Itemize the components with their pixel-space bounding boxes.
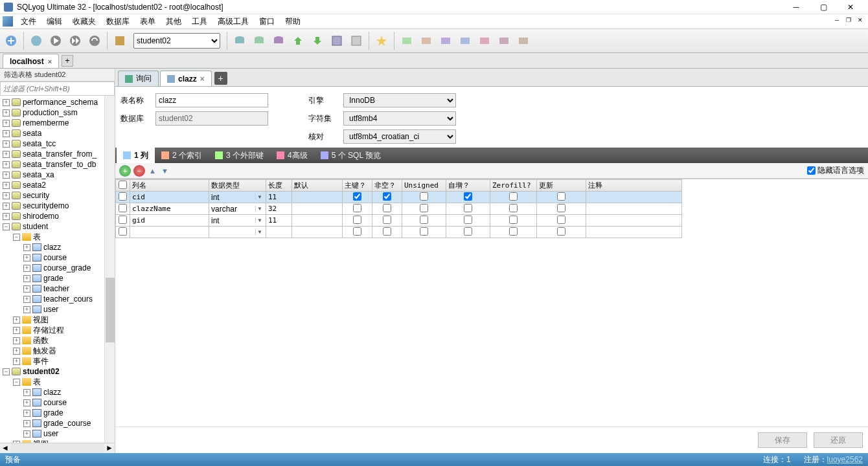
menu-高级工具[interactable]: 高级工具 [212,15,254,28]
tree-item-grade_course[interactable]: +grade_course [0,418,115,428]
col-header[interactable]: 列名 [130,180,209,192]
mdi-close[interactable]: ✕ [855,16,865,25]
revert-button[interactable]: 还原 [814,432,863,448]
table-name-input[interactable] [155,93,268,107]
hide-language-checkbox[interactable]: 隐藏语言选项 [807,165,864,176]
tool-btn-21[interactable] [515,32,532,49]
tree-hscroll[interactable]: ◄ ► [0,443,115,453]
designer-tab-1[interactable]: 2 个索引 [155,148,209,163]
expand-icon[interactable]: + [3,213,10,220]
collapse-icon[interactable]: − [13,234,20,241]
menu-帮助[interactable]: 帮助 [280,15,306,28]
expand-icon[interactable]: + [13,441,20,443]
table-row[interactable]: clazzNamevarchar▼32 [116,203,682,215]
designer-tab-4[interactable]: 5 个 SQL 预览 [314,148,387,163]
tool-btn-16[interactable] [418,32,435,49]
tree-item-teacher_cours[interactable]: +teacher_cours [0,294,115,304]
expand-icon[interactable]: + [23,399,30,406]
tree-item-视图[interactable]: +视图 [0,315,115,325]
tree-item-触发器[interactable]: +触发器 [0,346,115,356]
expand-icon[interactable]: + [23,389,30,396]
tool-btn-18[interactable] [457,32,474,49]
expand-icon[interactable]: + [23,306,30,313]
col-header[interactable]: 自增？ [446,180,490,192]
expand-icon[interactable]: + [23,410,30,417]
tree-item-seata_xa[interactable]: +seata_xa [0,170,115,180]
tree-scrollbar[interactable] [104,96,115,443]
expand-icon[interactable]: + [3,120,10,127]
move-down-button[interactable]: ▼ [160,167,170,175]
tree-item-course[interactable]: +course [0,397,115,408]
tab-query[interactable]: 询问 [118,71,159,86]
scroll-right-icon[interactable]: ► [104,443,115,453]
close-icon[interactable]: × [200,74,205,83]
connection-tab-localhost[interactable]: localhost × [3,54,59,68]
add-row-button[interactable]: + [119,165,131,177]
expand-icon[interactable]: + [23,430,30,438]
tree-item-securitydemo[interactable]: +securitydemo [0,201,115,211]
expand-icon[interactable]: + [13,348,20,355]
hide-language-check[interactable] [807,166,816,175]
expand-icon[interactable]: + [3,192,10,199]
menu-数据库[interactable]: 数据库 [101,15,135,28]
expand-icon[interactable]: + [3,151,10,158]
select-all-checkbox[interactable] [116,180,130,192]
tree-item-security[interactable]: +security [0,190,115,201]
tool-btn-6[interactable] [111,32,128,49]
tree-item-seata[interactable]: +seata [0,128,115,139]
menu-收藏夹[interactable]: 收藏夹 [67,15,101,28]
table-row-empty[interactable]: ▼ [116,227,682,238]
tree-item-user[interactable]: +user [0,304,115,315]
tree-item-student02[interactable]: −student02 [0,366,115,377]
expand-icon[interactable]: + [3,161,10,168]
col-header[interactable]: Unsigned [402,180,446,192]
tree-item-shirodemo[interactable]: +shirodemo [0,211,115,221]
tool-btn-15[interactable] [398,32,415,49]
col-header[interactable]: 主键？ [343,180,372,192]
expand-icon[interactable]: + [3,99,10,106]
tree-item-事件[interactable]: +事件 [0,356,115,366]
tree-item-teacher[interactable]: +teacher [0,283,115,294]
menu-表单[interactable]: 表单 [135,15,161,28]
tool-btn-19[interactable] [476,32,493,49]
object-tree[interactable]: +performance_schema+production_ssm+remem… [0,96,115,443]
menu-工具[interactable]: 工具 [187,15,212,28]
tree-item-grade[interactable]: +grade [0,408,115,418]
expand-icon[interactable]: + [3,182,10,189]
expand-icon[interactable]: + [13,358,20,365]
add-tab-button[interactable]: + [214,72,227,85]
engine-select[interactable]: InnoDB [343,93,456,107]
charset-select[interactable]: utf8mb4 [343,111,456,126]
tool-btn-14[interactable] [373,32,390,49]
tree-item-student[interactable]: −student [0,221,115,232]
minimize-button[interactable]: ─ [782,0,810,14]
tree-item-seata2[interactable]: +seata2 [0,180,115,190]
menu-文件[interactable]: 文件 [16,15,41,28]
expand-icon[interactable]: + [3,130,10,137]
table-row[interactable]: gidint▼11 [116,215,682,227]
expand-icon[interactable]: + [23,265,30,272]
table-row[interactable]: cidint▼11 [116,192,682,203]
tab-clazz[interactable]: clazz × [160,71,212,86]
col-header[interactable]: 长度 [266,180,292,192]
tool-btn-20[interactable] [496,32,512,49]
menu-其他[interactable]: 其他 [161,15,187,28]
designer-tab-3[interactable]: 4高级 [270,148,314,163]
expand-icon[interactable]: + [3,203,10,210]
tool-btn-13[interactable] [348,32,365,49]
expand-icon[interactable]: + [13,337,20,344]
filter-input[interactable] [0,82,115,96]
add-connection-button[interactable]: + [62,55,73,67]
tree-item-rememberme[interactable]: +rememberme [0,118,115,128]
close-icon[interactable]: × [48,58,52,65]
tree-item-grade[interactable]: +grade [0,273,115,283]
col-header[interactable]: Zerofill? [490,180,537,192]
col-header[interactable]: 更新 [537,180,586,192]
close-button[interactable]: ✕ [837,0,864,14]
tree-item-performance_schema[interactable]: +performance_schema [0,97,115,107]
tool-btn-12[interactable] [328,32,345,49]
designer-tab-2[interactable]: 3 个外部键 [209,148,270,163]
tree-item-表[interactable]: −表 [0,377,115,387]
col-header[interactable]: 非空？ [372,180,402,192]
col-header[interactable]: 数据类型 [209,180,266,192]
